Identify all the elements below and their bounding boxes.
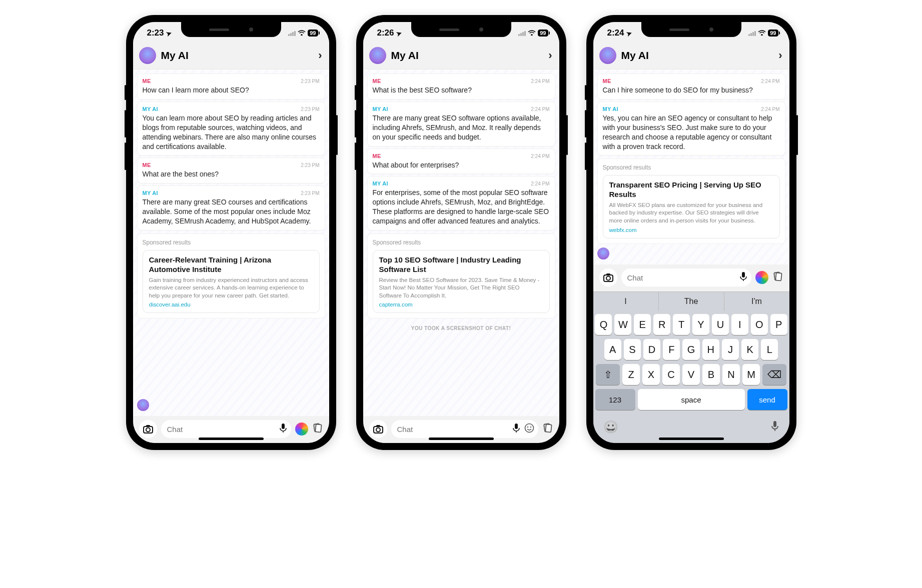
status-time-area: 2:26➤ [377, 28, 402, 38]
ai-avatar-small[interactable] [597, 248, 609, 260]
chat-message[interactable]: MY AI2:23 PMYou can learn more about SEO… [137, 102, 325, 156]
shift-key[interactable]: ⇧ [596, 364, 620, 385]
backspace-key[interactable]: ⌫ [762, 364, 786, 385]
chat-text-input[interactable] [627, 274, 735, 282]
ai-avatar[interactable] [139, 47, 156, 64]
ad-link[interactable]: discover.aai.edu [149, 302, 313, 308]
chevron-right-icon[interactable]: › [778, 49, 782, 62]
camera-button[interactable] [369, 420, 387, 438]
keyboard-key[interactable]: H [702, 339, 719, 360]
chat-message[interactable]: MY AI2:24 PMThere are many great SEO sof… [367, 102, 555, 146]
message-list[interactable]: ME2:23 PMHow can I learn more about SEO?… [133, 70, 329, 416]
chat-text-input[interactable] [397, 425, 508, 434]
keyboard-key[interactable]: P [770, 314, 787, 335]
message-time: 2:24 PM [531, 181, 549, 186]
chat-input-field[interactable] [621, 268, 751, 286]
sponsored-ad-card[interactable]: Transparent SEO Pricing | Serving Up SEO… [603, 175, 780, 238]
message-sender: MY AI [373, 106, 388, 112]
keyboard-key[interactable]: A [604, 339, 621, 360]
ai-avatar[interactable] [599, 47, 616, 64]
emoji-keyboard-icon[interactable]: 😀 [603, 420, 618, 435]
keyboard-key[interactable]: B [702, 364, 720, 385]
chat-message[interactable]: MY AI2:23 PMThere are many great SEO cou… [137, 186, 325, 230]
keyboard-key[interactable]: U [712, 314, 729, 335]
home-indicator[interactable] [199, 438, 264, 440]
camera-button[interactable] [139, 420, 157, 438]
keyboard-key[interactable]: L [761, 339, 778, 360]
ad-link[interactable]: webfx.com [609, 227, 773, 233]
chat-header[interactable]: My AI› [363, 44, 559, 70]
games-icon[interactable] [755, 271, 768, 284]
keyboard-key[interactable]: W [614, 314, 631, 335]
home-indicator[interactable] [659, 438, 724, 440]
keyboard-key[interactable]: R [653, 314, 670, 335]
keyboard-key[interactable]: E [634, 314, 651, 335]
ai-avatar-small[interactable] [137, 399, 149, 411]
chat-input-field[interactable] [161, 420, 291, 438]
svg-point-1 [146, 428, 150, 432]
home-indicator[interactable] [429, 438, 494, 440]
microphone-icon[interactable] [512, 423, 520, 435]
smiley-icon[interactable] [524, 423, 534, 435]
chat-message[interactable]: MY AI2:24 PMFor enterprises, some of the… [367, 176, 555, 230]
sponsored-label: Sponsored results [143, 239, 320, 246]
chevron-right-icon[interactable]: › [548, 49, 552, 62]
keyboard-key[interactable]: M [742, 364, 760, 385]
sponsored-ad-card[interactable]: Top 10 SEO Software | Industry Leading S… [373, 250, 550, 313]
keyboard-key[interactable]: F [663, 339, 680, 360]
keyboard-key[interactable]: D [643, 339, 660, 360]
keyboard-suggestion[interactable]: I'm [724, 292, 789, 311]
keyboard-key[interactable]: J [722, 339, 739, 360]
ai-avatar[interactable] [369, 47, 386, 64]
chevron-right-icon[interactable]: › [318, 49, 322, 62]
microphone-icon[interactable] [279, 423, 287, 435]
keyboard-key[interactable]: Q [595, 314, 612, 335]
sponsored-ad-card[interactable]: Career-Relevant Training | Arizona Autom… [143, 250, 320, 313]
dictation-icon[interactable] [770, 420, 779, 435]
keyboard-suggestion[interactable]: The [658, 292, 724, 311]
chat-input-field[interactable] [391, 420, 538, 438]
status-time: 2:26 [377, 28, 394, 38]
phone-side-button [355, 110, 356, 138]
chat-message[interactable]: ME2:23 PMHow can I learn more about SEO? [137, 74, 325, 100]
svg-point-6 [376, 428, 380, 432]
phone-side-button [796, 115, 798, 155]
chat-header[interactable]: My AI› [593, 44, 789, 70]
message-time: 2:23 PM [301, 162, 319, 168]
keyboard-key[interactable]: X [642, 364, 660, 385]
card-stack-icon[interactable] [542, 422, 553, 436]
keyboard-key[interactable]: G [682, 339, 699, 360]
keyboard-key[interactable]: N [722, 364, 740, 385]
chat-text-input[interactable] [167, 425, 275, 434]
keyboard-key[interactable]: V [682, 364, 700, 385]
ad-link[interactable]: capterra.com [379, 302, 543, 308]
chat-message[interactable]: ME2:23 PMWhat are the best ones? [137, 158, 325, 184]
chat-message[interactable]: ME2:24 PMCan I hire someone to do SEO fo… [597, 74, 785, 100]
keyboard-key[interactable]: I [731, 314, 748, 335]
keyboard-key[interactable]: S [624, 339, 641, 360]
screenshot-banner: YOU TOOK A SCREENSHOT OF CHAT! [367, 322, 555, 335]
chat-message[interactable]: ME2:24 PMWhat is the best SEO software? [367, 74, 555, 100]
keyboard-key[interactable]: T [673, 314, 690, 335]
keyboard-suggestion[interactable]: I [593, 292, 658, 311]
message-list[interactable]: ME2:24 PMWhat is the best SEO software?M… [363, 70, 559, 416]
games-icon[interactable] [295, 422, 308, 436]
numeric-key[interactable]: 123 [595, 389, 635, 410]
card-stack-icon[interactable] [772, 271, 783, 284]
chat-message[interactable]: ME2:24 PMWhat about for enterprises? [367, 148, 555, 174]
space-key[interactable]: space [638, 389, 745, 410]
keyboard-key[interactable]: Y [692, 314, 709, 335]
ad-title: Transparent SEO Pricing | Serving Up SEO… [609, 180, 773, 200]
camera-button[interactable] [599, 268, 617, 286]
card-stack-icon[interactable] [312, 422, 323, 436]
keyboard-key[interactable]: Z [622, 364, 640, 385]
message-time: 2:24 PM [531, 106, 549, 112]
keyboard-key[interactable]: O [751, 314, 768, 335]
send-key[interactable]: send [747, 389, 787, 410]
message-list[interactable]: ME2:24 PMCan I hire someone to do SEO fo… [593, 70, 789, 264]
chat-header[interactable]: My AI› [133, 44, 329, 70]
keyboard-key[interactable]: C [662, 364, 680, 385]
keyboard-key[interactable]: K [741, 339, 758, 360]
chat-message[interactable]: MY AI2:24 PMYes, you can hire an SEO age… [597, 102, 785, 156]
microphone-icon[interactable] [739, 272, 747, 284]
